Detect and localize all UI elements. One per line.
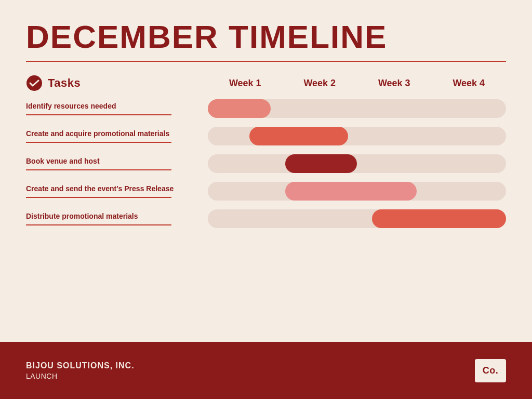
footer-logo: Co. — [475, 359, 506, 382]
svg-point-0 — [26, 75, 42, 91]
tasks-heading: Tasks — [48, 76, 81, 90]
task-row-wrapper-4: Create and send the event's Press Releas… — [26, 182, 506, 203]
bar-active-5 — [372, 209, 506, 228]
task-bar-1 — [208, 99, 506, 118]
title-divider — [26, 61, 506, 62]
task-row-5: Distribute promotional materials — [26, 209, 506, 228]
task-divider-1 — [26, 114, 171, 115]
task-divider-4 — [26, 197, 171, 198]
page-container: DECEMBER TIMELINE Tasks Week 1 Week 2 We… — [0, 0, 532, 399]
task-divider-2 — [26, 142, 171, 143]
task-row-3: Book venue and host — [26, 154, 506, 173]
task-divider-3 — [26, 169, 171, 170]
task-info-2: Create and acquire promotional materials — [26, 129, 208, 143]
week-2-header: Week 2 — [283, 78, 357, 89]
week-1-header: Week 1 — [208, 78, 283, 89]
task-info-4: Create and send the event's Press Releas… — [26, 184, 208, 198]
task-row-wrapper-5: Distribute promotional materials — [26, 209, 506, 231]
check-icon — [26, 75, 43, 91]
task-row-wrapper-1: Identify resources needed — [26, 99, 506, 121]
task-bar-3 — [208, 154, 506, 173]
footer-company: BIJOU SOLUTIONS, INC. — [26, 361, 135, 370]
task-name-4: Create and send the event's Press Releas… — [26, 184, 197, 197]
task-name-1: Identify resources needed — [26, 102, 197, 114]
task-info-5: Distribute promotional materials — [26, 212, 208, 225]
bar-active-1 — [208, 99, 271, 118]
bar-active-4 — [285, 182, 417, 201]
task-name-3: Book venue and host — [26, 157, 197, 169]
task-bar-4 — [208, 182, 506, 201]
task-info-3: Book venue and host — [26, 157, 208, 170]
bar-active-2 — [249, 127, 348, 145]
task-info-1: Identify resources needed — [26, 102, 208, 115]
task-row-wrapper-3: Book venue and host — [26, 154, 506, 176]
week-headers: Week 1 Week 2 Week 3 Week 4 — [208, 78, 506, 89]
footer-text: BIJOU SOLUTIONS, INC. LAUNCH — [26, 361, 135, 380]
header-row: Tasks Week 1 Week 2 Week 3 Week 4 — [26, 75, 506, 91]
task-divider-5 — [26, 224, 171, 225]
task-name-2: Create and acquire promotional materials — [26, 129, 197, 142]
title-section: DECEMBER TIMELINE — [26, 21, 506, 62]
task-bar-5 — [208, 209, 506, 228]
content-area: DECEMBER TIMELINE Tasks Week 1 Week 2 We… — [0, 0, 532, 342]
task-row-4: Create and send the event's Press Releas… — [26, 182, 506, 201]
task-row-wrapper-2: Create and acquire promotional materials — [26, 127, 506, 148]
task-name-5: Distribute promotional materials — [26, 212, 197, 224]
bar-active-3 — [285, 154, 357, 173]
bar-bg-3 — [208, 154, 506, 173]
week-3-header: Week 3 — [357, 78, 432, 89]
tasks-label-container: Tasks — [26, 75, 208, 91]
week-4-header: Week 4 — [432, 78, 507, 89]
task-row-1: Identify resources needed — [26, 99, 506, 118]
footer-subtitle: LAUNCH — [26, 372, 135, 380]
task-bar-2 — [208, 127, 506, 145]
page-title: DECEMBER TIMELINE — [26, 21, 506, 53]
timeline-section: Tasks Week 1 Week 2 Week 3 Week 4 Identi… — [26, 75, 506, 237]
footer: BIJOU SOLUTIONS, INC. LAUNCH Co. — [0, 342, 532, 399]
task-row-2: Create and acquire promotional materials — [26, 127, 506, 145]
